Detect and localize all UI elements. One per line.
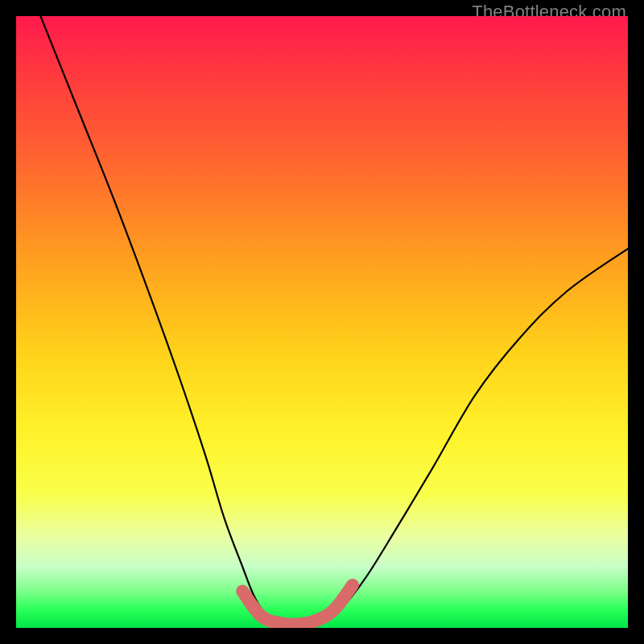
chart-frame: TheBottleneck.com [0,0,644,644]
plot-area [16,16,628,628]
bottleneck-curve [40,16,628,625]
optimal-band [242,585,353,625]
curve-svg [16,16,628,628]
